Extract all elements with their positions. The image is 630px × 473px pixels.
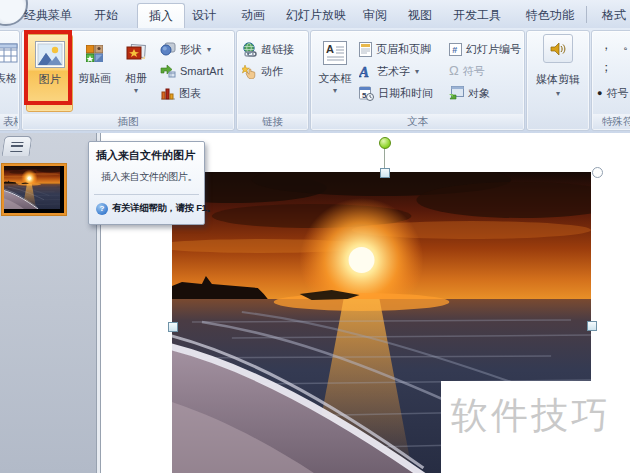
- group-special-symbols: ， 。 ； ● 符号 特殊符号: [591, 30, 630, 131]
- tab-view[interactable]: 视图: [400, 3, 440, 28]
- tooltip-help-text: 有关详细帮助，请按 F1。: [112, 202, 216, 215]
- textbox-dropdown-icon: ▾: [333, 87, 337, 94]
- tab-format[interactable]: 格式: [594, 3, 630, 28]
- special-symbol-button[interactable]: ● 符号: [597, 83, 628, 103]
- handle-middle-right[interactable]: [587, 321, 597, 331]
- hyperlink-button-label: 超链接: [261, 42, 294, 57]
- photo-album-icon: [126, 37, 146, 69]
- special-comma[interactable]: ，: [600, 37, 612, 54]
- slide-thumbnail-1[interactable]: [2, 164, 66, 215]
- symbol-button[interactable]: Ω 符号: [449, 61, 485, 81]
- special-period[interactable]: 。: [623, 37, 630, 54]
- group-special-symbols-label: 特殊符号: [593, 114, 630, 129]
- svg-text:#: #: [452, 44, 457, 54]
- header-footer-icon: [359, 42, 372, 57]
- bullet-icon: ●: [597, 88, 602, 98]
- table-icon: [0, 37, 18, 69]
- group-table: 表格 表格: [0, 30, 20, 131]
- wordart-button[interactable]: A 艺术字 ▾: [359, 61, 419, 81]
- slides-panel: [0, 133, 96, 473]
- textbox-button[interactable]: A 文本框 ▾: [315, 34, 355, 110]
- tab-divider: [586, 6, 587, 23]
- header-footer-button[interactable]: 页眉和页脚: [359, 39, 431, 59]
- shapes-icon: [160, 42, 176, 56]
- slide-number-icon: #: [449, 43, 462, 56]
- textbox-icon: A: [323, 37, 347, 69]
- outline-icon: [10, 142, 23, 152]
- group-links-label: 链接: [238, 114, 307, 129]
- handle-top-center[interactable]: [380, 168, 390, 178]
- shapes-dropdown-icon: ▾: [207, 45, 211, 54]
- hyperlink-button[interactable]: 超链接: [242, 39, 294, 59]
- tab-home[interactable]: 开始: [86, 3, 126, 28]
- tooltip-help-row: ? 有关详细帮助，请按 F1。: [96, 202, 216, 215]
- smartart-icon: [160, 64, 176, 78]
- watermark-box: 软件技巧: [441, 381, 630, 473]
- rotation-handle[interactable]: [379, 137, 391, 149]
- watermark-text: 软件技巧: [451, 391, 611, 441]
- help-icon: ?: [96, 203, 108, 215]
- smartart-button[interactable]: SmartArt: [160, 61, 223, 81]
- photo-album-button-label: 相册: [125, 71, 147, 86]
- action-button-label: 动作: [261, 64, 283, 79]
- handle-middle-left[interactable]: [168, 322, 178, 332]
- media-clips-dropdown-icon: ▾: [556, 90, 560, 97]
- tooltip-divider: [94, 194, 199, 195]
- svg-text:A: A: [326, 43, 334, 55]
- group-text-label: 文本: [312, 114, 523, 129]
- media-clips-button[interactable]: 媒体剪辑 ▾: [534, 34, 582, 124]
- object-icon: [449, 86, 464, 100]
- symbol-omega-icon: Ω: [449, 64, 459, 78]
- special-symbol-button-label: 符号: [606, 86, 628, 101]
- action-icon: [242, 64, 257, 79]
- tooltip-title: 插入来自文件的图片: [96, 148, 195, 163]
- tab-classic-menu[interactable]: 经典菜单: [16, 3, 80, 28]
- group-table-label: 表格: [0, 114, 18, 129]
- slide-thumbnail-image: [4, 166, 60, 209]
- clipart-button-label: 剪贴画: [78, 71, 111, 86]
- tooltip-body: 插入来自文件的图片。: [101, 170, 197, 184]
- wordart-dropdown-icon: ▾: [415, 67, 419, 76]
- speaker-icon: [550, 41, 567, 57]
- table-button[interactable]: 表格: [0, 34, 19, 110]
- group-links: 超链接 动作 链接: [236, 30, 309, 131]
- group-illustrations-label: 插图: [23, 114, 233, 129]
- tab-animations[interactable]: 动画: [233, 3, 273, 28]
- outline-tab[interactable]: [2, 136, 33, 156]
- tab-review[interactable]: 审阅: [355, 3, 395, 28]
- wordart-button-label: 艺术字: [377, 64, 410, 79]
- header-footer-button-label: 页眉和页脚: [376, 42, 431, 57]
- wordart-icon: A: [359, 64, 373, 78]
- group-text: A 文本框 ▾ 页眉和页脚 A 艺术字 ▾ 5: [310, 30, 525, 131]
- shapes-button-label: 形状: [180, 42, 202, 57]
- symbol-button-label: 符号: [463, 64, 485, 79]
- hyperlink-icon: [242, 42, 257, 57]
- slide-number-button-label: 幻灯片编号: [466, 42, 521, 57]
- photo-album-button[interactable]: 相册 ▾: [117, 34, 155, 110]
- chart-icon: [160, 86, 175, 100]
- group-media-clips: 媒体剪辑 ▾: [526, 30, 590, 131]
- tab-insert[interactable]: 插入: [137, 3, 185, 29]
- smartart-button-label: SmartArt: [180, 65, 223, 77]
- shapes-button[interactable]: 形状 ▾: [160, 39, 211, 59]
- datetime-button[interactable]: 5 日期和时间: [359, 83, 433, 103]
- photo-album-dropdown-icon: ▾: [134, 87, 138, 94]
- handle-top-right[interactable]: [592, 167, 603, 178]
- special-semicolon[interactable]: ；: [600, 59, 612, 76]
- media-clips-button-label: 媒体剪辑: [536, 72, 580, 87]
- svg-text:A: A: [359, 64, 369, 78]
- rotation-handle-stem: [384, 147, 385, 168]
- datetime-button-label: 日期和时间: [378, 86, 433, 101]
- action-button[interactable]: 动作: [242, 61, 283, 81]
- ribbon: 表格 表格 图片 剪贴画 相册 ▾: [0, 28, 630, 134]
- slide-number-button[interactable]: # 幻灯片编号: [449, 39, 521, 59]
- object-button[interactable]: 对象: [449, 83, 490, 103]
- tab-slideshow[interactable]: 幻灯片放映: [278, 3, 354, 28]
- clipart-button[interactable]: 剪贴画: [74, 34, 115, 110]
- chart-button[interactable]: 图表: [160, 83, 201, 103]
- object-button-label: 对象: [468, 86, 490, 101]
- ribbon-tab-bar: 经典菜单 开始 插入 设计 动画 幻灯片放映 审阅 视图 开发工具 特色功能 格…: [0, 0, 630, 29]
- tab-developer[interactable]: 开发工具: [449, 3, 505, 28]
- tab-design[interactable]: 设计: [184, 3, 224, 28]
- tab-special-features[interactable]: 特色功能: [522, 3, 578, 28]
